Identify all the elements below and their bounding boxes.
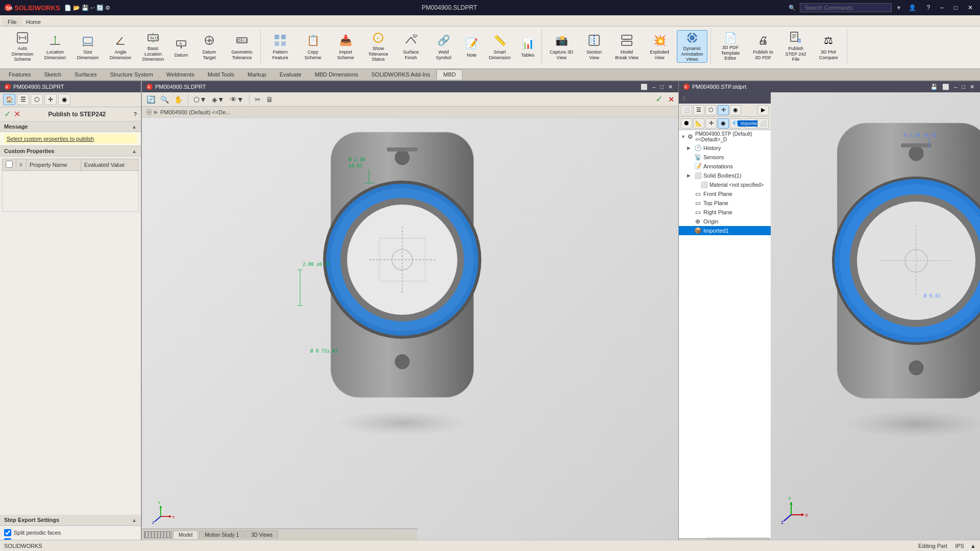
tree-tb-tree-btn[interactable]: ⬡ <box>705 105 717 115</box>
tree-item-annotations[interactable]: 📝 Annotations <box>679 162 771 171</box>
user-btn[interactable]: 👤 <box>905 4 919 11</box>
ribbon-tab-file[interactable]: File <box>2 17 22 26</box>
basic-location-dimension-btn[interactable]: BLD Basic Location Dimension <box>138 30 168 63</box>
right-vp-save[interactable]: 💾 <box>929 84 939 90</box>
undo-btn[interactable]: ↩ <box>90 5 95 11</box>
rp-imported1-icon[interactable]: Imported1 <box>745 118 756 129</box>
tree-item-imported1[interactable]: 📦 Imported1 <box>679 226 771 235</box>
dynamic-annotation-btn[interactable]: Dynamic Annotation Views <box>677 30 707 63</box>
publish-step242-btn[interactable]: STP Publish STEP 242 File <box>780 30 811 63</box>
save-btn[interactable]: 💾 <box>82 5 89 11</box>
rp-cube-icon[interactable]: ⬜ <box>757 118 769 129</box>
rotate-btn[interactable]: 🔄 <box>145 95 157 104</box>
new-btn[interactable]: 📄 <box>64 5 71 11</box>
weld-symbol-btn[interactable]: 🔗 Weld Symbol <box>428 30 459 63</box>
geometric-tolerance-btn[interactable]: 0.1 Geometric Tolerance <box>227 30 257 63</box>
pattern-feature-btn[interactable]: Pattern Feature <box>265 30 296 63</box>
right-vp-max[interactable]: □ <box>960 84 967 90</box>
tree-item-right-plane[interactable]: ▭ Right Plane <box>679 208 771 217</box>
rp-part-icon3[interactable]: ✛ <box>705 118 717 129</box>
tree-tb-crosshair-btn[interactable]: ✛ <box>718 105 729 115</box>
tb-home-btn[interactable]: 🏠 <box>3 94 15 105</box>
rp-part-icon[interactable]: ⬢ <box>681 118 692 129</box>
tb-list-btn[interactable]: ☰ <box>17 94 29 105</box>
message-section-header[interactable]: Message ▲ <box>0 121 141 132</box>
auto-dimension-btn[interactable]: Auto Dimension Scheme <box>7 30 38 63</box>
left-bottom-tab-motion[interactable]: Motion Study 1 <box>199 531 244 539</box>
step-export-section-header[interactable]: Step Export Settings ▲ <box>0 515 141 525</box>
ribbon-tab-home[interactable]: Home <box>23 18 44 26</box>
angle-dimension-btn[interactable]: Angle Dimension <box>105 30 136 63</box>
tree-tb-circle-btn[interactable]: ◉ <box>730 105 741 115</box>
split-periodic-faces-checkbox[interactable] <box>4 529 11 536</box>
tab-evaluate[interactable]: Evaluate <box>273 69 308 80</box>
surface-finish-btn[interactable]: Ra Surface Finish <box>396 30 426 63</box>
maximize-btn[interactable]: □ <box>951 4 961 11</box>
section-view-vp-btn[interactable]: ✂ <box>253 95 262 104</box>
tab-markup[interactable]: Markup <box>241 69 273 80</box>
capture-3d-btn[interactable]: 📸 Capture 3D View <box>546 30 577 63</box>
tree-tb-more-btn[interactable]: ▶ <box>757 105 769 115</box>
tab-mbd-dimensions[interactable]: MBD Dimensions <box>308 69 365 80</box>
3d-pmi-compare-btn[interactable]: ⚖ 3D PMI Compare <box>813 30 844 63</box>
view-settings-btn[interactable]: 🖥 <box>264 95 275 104</box>
tree-item-solid-bodies[interactable]: ▶ ⬜ Solid Bodies(1) <box>679 171 771 180</box>
custom-props-section-header[interactable]: Custom Properties ▲ <box>0 146 141 157</box>
hide-show-btn[interactable]: 👁▼ <box>228 95 246 104</box>
tab-mbd[interactable]: MBD <box>436 69 462 80</box>
tree-item-sensors[interactable]: 📡 Sensors <box>679 153 771 162</box>
tables-btn[interactable]: 📊 Tables <box>517 30 538 63</box>
view-selector-btn[interactable]: ⬡▼ <box>192 95 208 104</box>
tab-weldments[interactable]: Weldments <box>160 69 201 80</box>
right-3d-viewport[interactable]: Ø 2.50 ±0.01 Ø 0.51 <box>771 92 980 550</box>
publish-help-btn[interactable]: ? <box>134 111 137 117</box>
tab-surfaces[interactable]: Surfaces <box>68 69 103 80</box>
left-bottom-tab-model[interactable]: Model <box>173 531 198 539</box>
tree-item-front-plane[interactable]: ▭ Front Plane <box>679 189 771 198</box>
note-btn[interactable]: 📝 Note <box>461 30 482 63</box>
tree-item-top-plane[interactable]: ▭ Top Plane <box>679 198 771 208</box>
tree-item-material[interactable]: ⬜ Material <not specified> <box>679 180 771 189</box>
right-vp-min[interactable]: – <box>952 84 959 90</box>
zoom-btn[interactable]: 🔍 <box>159 95 170 104</box>
right-vp-restore[interactable]: ⬜ <box>941 84 951 90</box>
datum-target-btn[interactable]: A1 Datum Target <box>194 30 225 63</box>
tree-tb-model-btn[interactable]: ⬜ <box>681 105 692 115</box>
left-vp-close[interactable]: ✕ <box>667 84 674 90</box>
rp-part-icon2[interactable]: 📐 <box>693 118 704 129</box>
pan-btn[interactable]: ✋ <box>173 95 184 104</box>
import-scheme-btn[interactable]: 📥 Import Scheme <box>330 30 361 63</box>
size-dimension-btn[interactable]: Size Dimension <box>72 30 103 63</box>
viewport-cancel-x[interactable]: ✕ <box>668 95 674 104</box>
tab-features[interactable]: Features <box>2 69 37 80</box>
open-btn[interactable]: 📂 <box>73 5 80 11</box>
exploded-view-btn[interactable]: 💥 Exploded View <box>644 30 675 63</box>
tb-circle-btn[interactable]: ◉ <box>58 94 70 105</box>
tab-sketch[interactable]: Sketch <box>37 69 68 80</box>
datum-btn[interactable]: A Datum <box>170 30 192 63</box>
tree-item-root[interactable]: ▼ ⚙ PM004900.STP (Default) <<Default>_D <box>679 130 771 143</box>
tree-item-history[interactable]: ▶ 🕐 History <box>679 143 771 153</box>
right-vp-close[interactable]: ✕ <box>968 84 976 90</box>
options-btn[interactable]: ⚙ <box>105 5 110 11</box>
tab-solidworks-addins[interactable]: SOLIDWORKS Add-Ins <box>365 69 437 80</box>
publish-3d-pdf-btn[interactable]: 🖨 Publish to 3D PDF <box>748 30 778 63</box>
tree-tb-list-btn[interactable]: ☰ <box>693 105 704 115</box>
search-input[interactable] <box>800 3 892 12</box>
copy-scheme-btn[interactable]: 📋 Copy Scheme <box>298 30 328 63</box>
left-vp-min[interactable]: – <box>651 84 657 90</box>
tab-mold-tools[interactable]: Mold Tools <box>201 69 241 80</box>
location-dimension-btn[interactable]: Location Dimension <box>40 30 70 63</box>
tb-tree-btn[interactable]: ⬡ <box>31 94 43 105</box>
rp-part-icon4[interactable]: ◉ <box>718 118 729 129</box>
minimize-btn[interactable]: – <box>937 4 947 11</box>
message-text[interactable]: Select custom properties to publish <box>4 134 137 143</box>
select-all-checkbox[interactable] <box>6 161 13 168</box>
show-tolerance-btn[interactable]: ✓ Show Tolerance Status <box>363 30 394 63</box>
rebuild-btn[interactable]: 🔄 <box>96 5 104 11</box>
cancel-btn[interactable]: ✕ <box>14 109 20 119</box>
tree-item-origin[interactable]: ⊕ Origin <box>679 217 771 226</box>
tab-structure-system[interactable]: Structure System <box>103 69 159 80</box>
search-dropdown[interactable]: ▼ <box>896 5 901 11</box>
viewport-confirm-check[interactable]: ✓ <box>655 93 663 105</box>
